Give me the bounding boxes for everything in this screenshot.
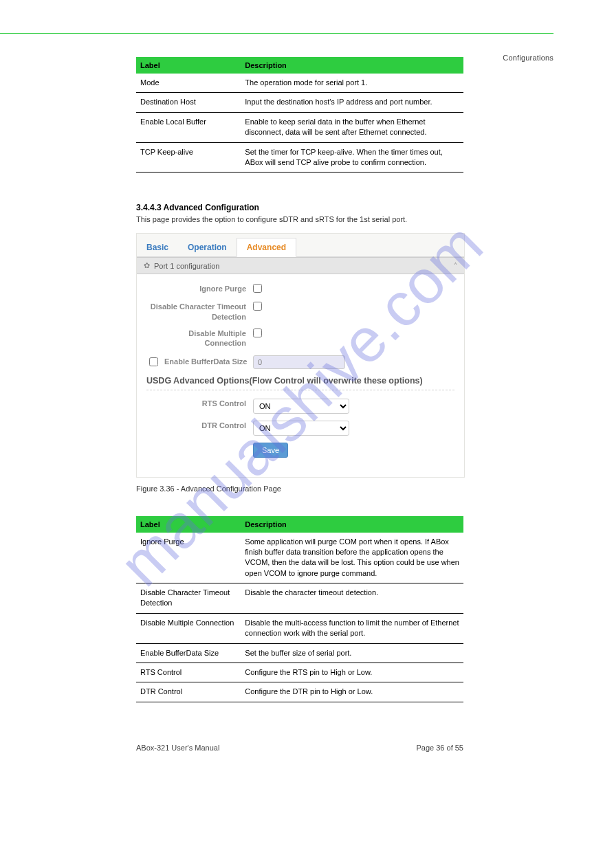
checkbox-disable-multiple[interactable] [253, 329, 262, 337]
table-row: ModeThe operation mode for serial port 1… [136, 74, 463, 93]
t1-h1: Label [136, 57, 241, 74]
config-panel: Basic Operation Advanced ✿ Port 1 config… [136, 233, 465, 477]
table-cell: Set the buffer size of serial port. [241, 643, 463, 663]
chevron-up-icon[interactable]: ˄ [454, 262, 457, 269]
table-cell: Disable Character Timeout Detection [136, 583, 241, 614]
usdg-section-title: USDG Advanced Options(Flow Control will … [146, 376, 454, 390]
t2-h2: Description [241, 516, 463, 533]
table-cell: Disable the multi-access function to lim… [241, 613, 463, 643]
label-rts: RTS Control [146, 399, 253, 408]
label-disable-multiple: Disable Multiple Connection [146, 329, 253, 348]
table-cell: Disable Multiple Connection [136, 613, 241, 643]
checkbox-disable-char-timeout[interactable] [253, 302, 262, 311]
table-cell: Enable BufferData Size [136, 643, 241, 663]
save-button[interactable]: Save [253, 443, 288, 458]
select-rts[interactable]: ON [253, 399, 349, 414]
t2-h1: Label [136, 516, 241, 533]
table-row: Disable Character Timeout DetectionDisab… [136, 583, 463, 614]
panel-body: Ignore Purge Disable Character Timeout D… [137, 274, 464, 476]
section-heading: 3.4.4.3 Advanced Configuration [136, 203, 463, 212]
label-enable-buffer: Enable BufferData Size [164, 357, 247, 366]
page-footer: ABox-321 User's Manual Page 36 of 55 [136, 744, 463, 752]
table-cell: Disable the character timeout detection. [241, 583, 463, 614]
header-right-text: Configurations [503, 54, 553, 62]
table-cell: Some application will purge COM port whe… [241, 533, 463, 583]
table-row: Disable Multiple ConnectionDisable the m… [136, 613, 463, 643]
table-cell: Mode [136, 74, 241, 93]
input-buffer-size[interactable] [253, 355, 345, 369]
select-dtr[interactable]: ON [253, 421, 349, 436]
figure-advanced-config: Basic Operation Advanced ✿ Port 1 config… [136, 233, 463, 477]
label-dtr: DTR Control [146, 421, 253, 430]
table-cell: Input the destination host's IP address … [241, 93, 463, 112]
label-disable-char-timeout: Disable Character Timeout Detection [146, 302, 253, 322]
panel-title: Port 1 configuration [154, 262, 219, 270]
footer-right: Page 36 of 55 [416, 744, 463, 752]
section-subtext: This page provides the option to configu… [136, 215, 463, 223]
table-cell: TCP Keep-alive [136, 142, 241, 173]
table-row: Enable Local BufferEnable to keep serial… [136, 112, 463, 142]
label-description-table-1: Label Description ModeThe operation mode… [136, 57, 463, 173]
table-row: Enable BufferData SizeSet the buffer siz… [136, 643, 463, 663]
table-cell: Configure the RTS pin to High or Low. [241, 663, 463, 682]
top-divider [0, 33, 553, 34]
table-cell: DTR Control [136, 682, 241, 702]
table-cell: The operation mode for serial port 1. [241, 74, 463, 93]
footer-left: ABox-321 User's Manual [136, 744, 219, 752]
label-description-table-2: Label Description Ignore PurgeSome appli… [136, 516, 463, 702]
label-ignore-purge: Ignore Purge [146, 284, 253, 293]
figure-caption: Figure 3.36 - Advanced Configuration Pag… [136, 485, 463, 493]
checkbox-enable-buffer[interactable] [149, 357, 158, 366]
tab-basic[interactable]: Basic [137, 238, 178, 256]
table-row: TCP Keep-aliveSet the timer for TCP keep… [136, 142, 463, 173]
table-cell: Ignore Purge [136, 533, 241, 583]
checkbox-ignore-purge[interactable] [253, 284, 262, 293]
panel-header[interactable]: ✿ Port 1 configuration ˄ [137, 257, 464, 274]
table-row: DTR ControlConfigure the DTR pin to High… [136, 682, 463, 702]
table-cell: Enable to keep serial data in the buffer… [241, 112, 463, 142]
table-row: Destination HostInput the destination ho… [136, 93, 463, 112]
t1-h2: Description [241, 57, 463, 74]
gear-icon: ✿ [144, 261, 150, 270]
table-cell: Configure the DTR pin to High or Low. [241, 682, 463, 702]
table-cell: Destination Host [136, 93, 241, 112]
table-row: RTS ControlConfigure the RTS pin to High… [136, 663, 463, 682]
tab-operation[interactable]: Operation [178, 238, 237, 256]
tab-bar: Basic Operation Advanced [137, 234, 464, 257]
table-row: Ignore PurgeSome application will purge … [136, 533, 463, 583]
table-cell: RTS Control [136, 663, 241, 682]
table-cell: Set the timer for TCP keep-alive. When t… [241, 142, 463, 173]
tab-advanced[interactable]: Advanced [237, 238, 296, 257]
table-cell: Enable Local Buffer [136, 112, 241, 142]
